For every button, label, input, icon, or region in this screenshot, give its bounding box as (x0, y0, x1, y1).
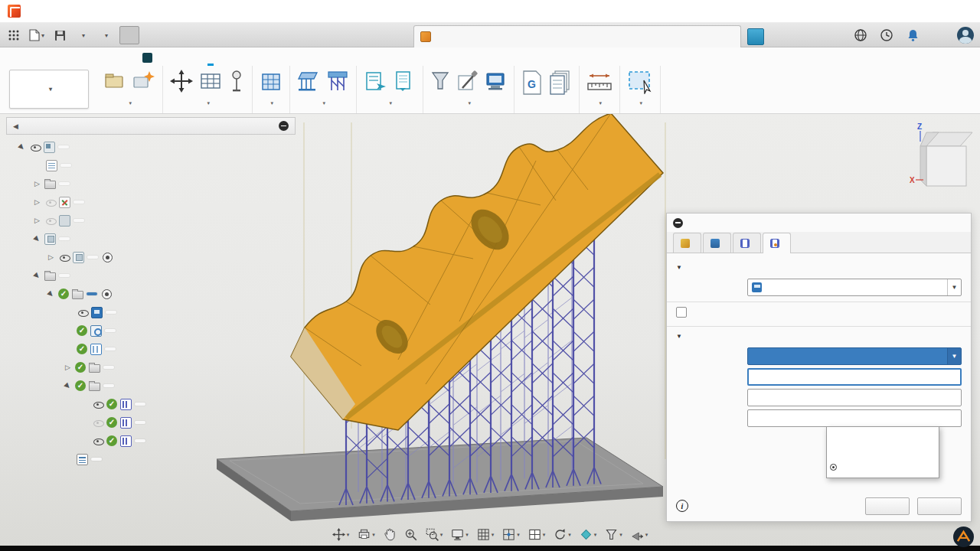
connection-type-select[interactable]: ▼ (747, 347, 962, 365)
tree-item-carima-em-generic[interactable] (6, 321, 296, 340)
window-select-button[interactable] (626, 69, 654, 95)
ribbon-group-label-inspect[interactable]: ▾ (597, 100, 603, 106)
viewport[interactable]: ◀ (0, 114, 980, 546)
tree-item-softjaw-v3[interactable] (6, 138, 296, 156)
menu-option-base-plate-for-groups[interactable] (827, 445, 939, 460)
ribbon-group-label-position[interactable]: ▾ (205, 100, 211, 106)
machine-library-button[interactable] (483, 69, 508, 93)
expander-icon[interactable] (32, 234, 42, 244)
cancel-button[interactable] (917, 497, 962, 515)
tab-geometry[interactable] (673, 233, 701, 253)
grid-snap-button[interactable]: ▾ (501, 527, 521, 543)
tool-library-button[interactable] (456, 69, 479, 93)
extensions-button[interactable] (853, 28, 868, 43)
tree-item-carima-em[interactable] (6, 303, 296, 321)
pan-button[interactable] (382, 527, 397, 543)
redo-button[interactable]: ▾ (96, 26, 115, 44)
close-button[interactable] (945, 0, 980, 23)
tree-item-named-views[interactable] (6, 174, 296, 193)
ribbon-group-label-supports[interactable]: ▾ (321, 100, 326, 106)
volume-support-button[interactable] (296, 69, 321, 93)
expander-icon[interactable] (46, 289, 56, 299)
browser-header[interactable]: ◀ (6, 117, 296, 135)
position-nav-button[interactable]: ▾ (331, 527, 351, 543)
expander-icon[interactable] (46, 253, 56, 262)
visibility-eye-icon[interactable] (29, 141, 41, 153)
machine-nav-button[interactable]: ▾ (356, 527, 377, 543)
expander-icon[interactable] (32, 179, 42, 189)
turntable-button[interactable]: ▾ (552, 527, 573, 543)
simulate-button[interactable] (363, 69, 387, 93)
info-icon[interactable]: i (676, 500, 688, 512)
tree-item-edge-with-bar-support1[interactable] (6, 413, 296, 432)
chevron-down-icon[interactable]: ▼ (947, 348, 961, 364)
activate-radio-icon[interactable] (103, 253, 113, 262)
zoom-button[interactable] (403, 527, 419, 543)
file-menu-button[interactable]: ▾ (28, 26, 46, 44)
visibility-eye-icon[interactable] (44, 196, 57, 208)
use-breakpoint-select[interactable]: ▼ (747, 279, 962, 296)
ribbon-group-label-actions[interactable]: ▾ (387, 100, 393, 106)
visibility-eye-icon[interactable] (92, 435, 104, 447)
tree-item-supports[interactable] (6, 377, 296, 395)
tree-item-models[interactable] (6, 211, 296, 230)
expander-icon[interactable] (63, 363, 73, 373)
bar-support-button[interactable] (325, 69, 350, 93)
ribbon-group-label-modify[interactable]: ▾ (269, 100, 274, 106)
tree-item-bar-support1[interactable] (6, 432, 296, 450)
tab-bar-properties[interactable] (733, 233, 761, 253)
measure-button[interactable] (586, 69, 613, 93)
undo-button[interactable]: ▾ (74, 26, 92, 44)
viewports-button[interactable]: ▾ (527, 527, 547, 543)
tree-item-orientations[interactable] (6, 358, 296, 377)
expander-icon[interactable] (32, 197, 42, 207)
tree-item-manufacturing-model-1[interactable] (6, 248, 296, 266)
flip-direction-button[interactable]: ▾ (629, 527, 650, 543)
visibility-eye-icon[interactable] (92, 398, 104, 410)
ribbon-group-label-select[interactable]: ▾ (638, 100, 643, 106)
expander-icon[interactable] (32, 216, 42, 226)
chevron-down-icon[interactable]: ▼ (947, 279, 961, 295)
expander-icon[interactable] (32, 271, 42, 281)
orient-button[interactable] (227, 69, 246, 93)
display-settings-button[interactable]: ▾ (449, 527, 470, 543)
post-process-button[interactable] (392, 69, 416, 93)
generate-button[interactable] (430, 69, 451, 93)
tree-item-setup1[interactable] (6, 285, 296, 303)
job-status-button[interactable] (879, 28, 894, 43)
expander-icon[interactable] (63, 381, 73, 391)
visibility-eye-icon[interactable] (58, 251, 70, 263)
fit-button[interactable]: ▾ (424, 527, 445, 543)
user-avatar[interactable] (957, 27, 974, 44)
ribbon-group-label-setup[interactable]: ▾ (127, 100, 132, 106)
activate-radio-icon[interactable] (102, 289, 112, 299)
visibility-eye-icon[interactable] (77, 306, 89, 318)
maximize-button[interactable] (910, 0, 945, 23)
number-of-legs-input[interactable] (747, 368, 962, 386)
ok-button[interactable] (865, 497, 910, 515)
new-setup-button[interactable] (103, 69, 127, 93)
tab-general[interactable] (703, 233, 731, 253)
connection-type-section-header[interactable]: ▼ (676, 328, 962, 344)
tree-item-setups[interactable] (6, 266, 296, 285)
move-component-button[interactable] (169, 69, 194, 93)
height-input[interactable] (747, 389, 962, 406)
minimize-button[interactable] (874, 0, 910, 23)
diameter-input[interactable] (747, 409, 962, 427)
minimize-browser-icon[interactable] (279, 121, 289, 131)
pad-on-platform-checkbox[interactable] (676, 307, 687, 318)
help-button[interactable] (931, 28, 946, 43)
collapse-panel-icon[interactable]: ◀ (13, 122, 18, 130)
expander-icon[interactable] (17, 142, 27, 152)
home-view-button[interactable] (119, 26, 139, 44)
dialog-header[interactable] (667, 214, 971, 232)
collapse-dialog-icon[interactable] (673, 218, 683, 228)
visual-style-button[interactable]: ▾ (578, 527, 599, 543)
arrange-button[interactable] (198, 69, 223, 93)
tree-item-down-oriented-point-bar-support1[interactable] (6, 395, 296, 413)
nc-program-button[interactable]: G (521, 69, 544, 96)
save-button[interactable] (51, 26, 69, 44)
visibility-eye-icon[interactable] (44, 214, 57, 227)
app-grid-menu-button[interactable] (5, 26, 23, 44)
filter-button[interactable]: ▾ (603, 527, 624, 543)
